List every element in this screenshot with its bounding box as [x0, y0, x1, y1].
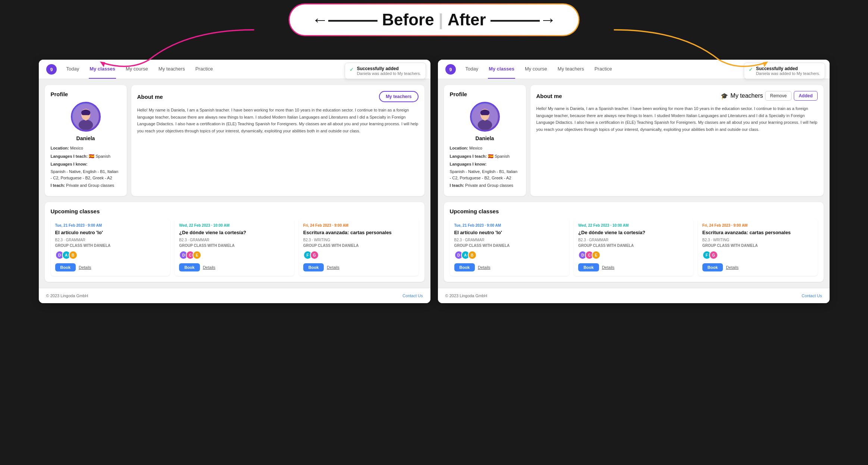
- after-class-3-date: Fri, 24 Feb 2023 · 9:00 AM: [702, 223, 813, 227]
- before-class-3-book-button[interactable]: Book: [303, 263, 324, 271]
- after-class-2-avatars: D C E: [578, 251, 689, 260]
- before-class-1-level: B2.3 · GRAMMAR: [55, 238, 166, 242]
- before-class-2-type: GROUP CLASS WITH DANIELA: [179, 244, 290, 248]
- before-about-card: About me My teachers Hello! My name is D…: [131, 85, 424, 196]
- after-about-header: About me 🎓 My teachers Remove Added: [536, 91, 818, 101]
- before-languages-know-label: Languages I know:: [51, 161, 121, 167]
- after-class-1-details-button[interactable]: Details: [478, 265, 491, 270]
- after-my-teachers-icon: 🎓: [721, 92, 728, 100]
- before-about-text: Hello! My name is Daniela, I am a Spanis…: [137, 107, 419, 135]
- before-avatar: [71, 102, 101, 132]
- after-class-2-book-button[interactable]: Book: [578, 263, 599, 271]
- after-nav-my-classes[interactable]: My classes: [488, 60, 515, 79]
- before-toast-subtitle: Daniela was added to My teachers.: [357, 71, 421, 76]
- after-nav-items: Today My classes My course My teachers P…: [465, 60, 613, 79]
- after-about-title: About me: [536, 93, 562, 99]
- after-class-2-type: GROUP CLASS WITH DANIELA: [578, 244, 689, 248]
- before-my-teachers-button[interactable]: My teachers: [379, 91, 418, 102]
- after-footer-contact[interactable]: Contact Us: [802, 293, 822, 298]
- before-footer: © 2023 Lingoda GmbH Contact Us: [39, 288, 430, 303]
- before-class-2-actions: Book Details: [179, 263, 290, 271]
- svg-text:9: 9: [449, 67, 452, 72]
- before-footer-copyright: © 2023 Lingoda GmbH: [46, 293, 88, 298]
- before-class-1-book-button[interactable]: Book: [55, 263, 76, 271]
- before-class-2-details-button[interactable]: Details: [203, 265, 216, 270]
- before-top-section: Profile Daniela: [45, 85, 424, 196]
- before-class-2-book-button[interactable]: Book: [179, 263, 200, 271]
- after-upcoming-title: Upcoming classes: [450, 208, 818, 214]
- before-class-2-avatars: D C E: [179, 251, 290, 260]
- after-added-button[interactable]: Added: [794, 91, 817, 101]
- after-nav-logo: 9: [445, 64, 456, 75]
- after-toast-subtitle: Daniela was added to My teachers.: [756, 71, 820, 76]
- after-class-2-level: B2.3 · GRAMMAR: [578, 238, 689, 242]
- svg-point-12: [477, 120, 492, 130]
- before-class-2-date: Wed, 22 Feb 2023 · 10:00 AM: [179, 223, 290, 227]
- after-class-1-book-button[interactable]: Book: [454, 263, 475, 271]
- svg-marker-1: [763, 62, 768, 67]
- before-teach: I teach: Private and Group classes: [51, 182, 121, 189]
- after-class-2-date: Wed, 22 Feb 2023 · 10:00 AM: [578, 223, 689, 227]
- before-class-1-avatars: D A B: [55, 251, 166, 260]
- after-label: After: [448, 10, 486, 29]
- after-upcoming-section: Upcoming classes Tue, 21 Feb 2023 · 9:00…: [444, 202, 824, 282]
- after-arrow: ———→: [486, 10, 556, 29]
- after-my-teachers-label: My teachers: [730, 92, 763, 99]
- right-curve-decoration: [599, 22, 793, 71]
- after-class3-avatar-2: G: [709, 251, 718, 260]
- after-class-3-book-button[interactable]: Book: [702, 263, 723, 271]
- before-class-3-details-button[interactable]: Details: [327, 265, 339, 270]
- before-toast-check-icon: ✓: [350, 66, 354, 72]
- after-classes-grid: Tue, 21 Feb 2023 · 9:00 AM El artículo n…: [450, 219, 818, 276]
- before-class2-avatar-3: E: [192, 251, 201, 260]
- after-class-3-details-button[interactable]: Details: [726, 265, 739, 270]
- before-teacher-name: Daniela: [51, 135, 121, 141]
- after-nav-today[interactable]: Today: [465, 60, 479, 79]
- before-avatar-container: [51, 102, 121, 132]
- after-profile-title: Profile: [450, 91, 520, 97]
- before-about-header: About me My teachers: [137, 91, 419, 102]
- before-upcoming-section: Upcoming classes Tue, 21 Feb 2023 · 9:00…: [45, 202, 424, 282]
- after-class-2-actions: Book Details: [578, 263, 689, 271]
- before-panel: 9 Today My classes My course My teachers…: [39, 60, 430, 303]
- after-nav-my-teachers[interactable]: My teachers: [557, 60, 585, 79]
- after-class-3-type: GROUP CLASS WITH DANIELA: [702, 244, 813, 248]
- before-class-2-name: ¿De dónde viene la cortesía?: [179, 230, 290, 236]
- after-profile-card: Profile Daniela: [444, 85, 526, 196]
- before-toast-title: Successfully added: [357, 66, 421, 71]
- after-my-teachers-label-group: 🎓 My teachers: [721, 92, 763, 100]
- after-class-1-name: El artículo neutro 'lo': [454, 230, 565, 236]
- left-curve-decoration: [75, 22, 269, 71]
- after-class-2-details-button[interactable]: Details: [602, 265, 615, 270]
- after-class-2: Wed, 22 Feb 2023 · 10:00 AM ¿De dónde vi…: [574, 219, 693, 276]
- after-nav-my-course[interactable]: My course: [524, 60, 548, 79]
- before-arrow: ←———: [312, 10, 382, 29]
- before-class-1-details-button[interactable]: Details: [79, 265, 91, 270]
- before-toast: ✓ Successfully added Daniela was added t…: [345, 63, 426, 79]
- before-classes-grid: Tue, 21 Feb 2023 · 9:00 AM El artículo n…: [51, 219, 419, 276]
- after-about-text: Hello! My name is Daniela, I am a Spanis…: [536, 105, 818, 133]
- after-teacher-name: Daniela: [450, 135, 520, 141]
- after-teach: I teach: Private and Group classes: [450, 182, 520, 189]
- before-class3-avatar-2: G: [310, 251, 319, 260]
- after-class-1: Tue, 21 Feb 2023 · 9:00 AM El artículo n…: [450, 219, 570, 276]
- svg-text:9: 9: [50, 67, 53, 72]
- before-nav-logo: 9: [46, 64, 57, 75]
- after-class-3-name: Escritura avanzada: cartas personales: [702, 230, 813, 236]
- after-about-card: About me 🎓 My teachers Remove Added Hell…: [530, 85, 824, 196]
- before-footer-contact[interactable]: Contact Us: [402, 293, 423, 298]
- after-avatar-3: B: [468, 251, 477, 260]
- after-remove-button[interactable]: Remove: [765, 91, 792, 101]
- after-footer: © 2023 Lingoda GmbH Contact Us: [438, 288, 830, 303]
- after-class-1-date: Tue, 21 Feb 2023 · 9:00 AM: [454, 223, 565, 227]
- before-class-1-date: Tue, 21 Feb 2023 · 9:00 AM: [55, 223, 166, 227]
- before-class-3-level: B2.3 · WRITING: [303, 238, 414, 242]
- after-class-3-avatars: F G: [702, 251, 813, 260]
- after-panel-content: Profile Daniela: [438, 79, 830, 288]
- svg-marker-0: [100, 62, 105, 67]
- before-class-1-type: GROUP CLASS WITH DANIELA: [55, 244, 166, 248]
- after-class-3-level: B2.3 · WRITING: [702, 238, 813, 242]
- before-class-3-avatars: F G: [303, 251, 414, 260]
- before-panel-content: Profile Daniela: [39, 79, 430, 288]
- before-class-3-type: GROUP CLASS WITH DANIELA: [303, 244, 414, 248]
